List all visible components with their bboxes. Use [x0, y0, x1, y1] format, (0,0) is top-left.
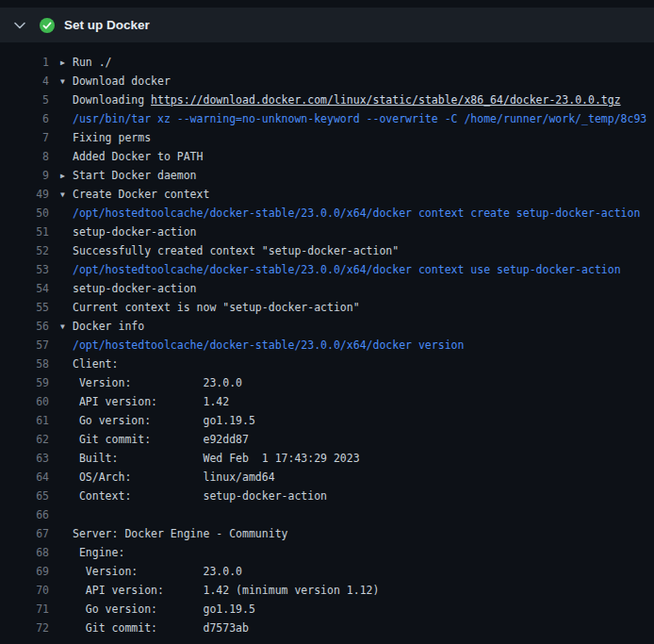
group-title: Create Docker context	[73, 188, 209, 201]
log-text	[60, 505, 73, 524]
line-number[interactable]: 66	[0, 505, 49, 524]
log-group-header[interactable]: 9▶Start Docker daemon	[0, 166, 654, 185]
group-header-content: ▼Docker info	[60, 317, 144, 336]
line-number[interactable]: 69	[0, 562, 49, 581]
log-text: Engine:	[60, 543, 124, 562]
log-line: 65 Context: setup-docker-action	[0, 487, 654, 505]
log-line: 51setup-docker-action	[0, 223, 654, 241]
log-text: Added Docker to PATH	[60, 147, 203, 166]
line-number[interactable]: 7	[0, 128, 49, 147]
log-line: 66	[0, 505, 654, 524]
line-number[interactable]: 65	[0, 487, 49, 505]
log-text: Context: setup-docker-action	[60, 487, 327, 505]
log-text: Go version: go1.19.5	[60, 600, 255, 619]
command-text: /opt/hostedtoolcache/docker-stable/23.0.…	[60, 336, 464, 355]
log-text: Git commit: e92dd87	[60, 430, 249, 449]
line-number[interactable]: 54	[0, 279, 49, 298]
group-title: Docker info	[73, 320, 144, 333]
line-number[interactable]: 55	[0, 298, 49, 317]
line-number[interactable]: 72	[0, 619, 49, 637]
log-line: 6/usr/bin/tar xz --warning=no-unknown-ke…	[0, 109, 654, 128]
line-number[interactable]: 57	[0, 336, 49, 355]
group-header-content: ▼Download docker	[60, 72, 171, 91]
line-number[interactable]: 64	[0, 468, 49, 487]
log-line: 63 Built: Wed Feb 1 17:43:29 2023	[0, 449, 654, 468]
log-line: 68 Engine:	[0, 543, 654, 562]
line-number[interactable]: 67	[0, 524, 49, 543]
group-header-content: ▶Start Docker daemon	[60, 166, 197, 185]
line-number[interactable]: 49	[0, 185, 49, 204]
log-text: Downloading https://download.docker.com/…	[60, 91, 621, 109]
log-line: 8Added Docker to PATH	[0, 147, 654, 166]
line-number[interactable]: 1	[0, 53, 49, 72]
success-check-icon	[40, 18, 55, 33]
log-line: 71 Go version: go1.19.5	[0, 600, 654, 619]
chevron-down-icon[interactable]	[14, 22, 25, 29]
log-group-header[interactable]: 49▼Create Docker context	[0, 185, 654, 204]
log-group-header[interactable]: 56▼Docker info	[0, 317, 654, 336]
line-number[interactable]: 52	[0, 241, 49, 260]
log-text: API version: 1.42 (minimum version 1.12)	[60, 581, 379, 600]
log-text: Client:	[60, 355, 118, 373]
log-line: 58Client:	[0, 355, 654, 373]
line-number[interactable]: 53	[0, 260, 49, 279]
log-line: 53/opt/hostedtoolcache/docker-stable/23.…	[0, 260, 654, 279]
log-group-header[interactable]: 1▶Run ./	[0, 53, 654, 72]
line-number[interactable]: 6	[0, 109, 49, 128]
log-line: 61 Go version: go1.19.5	[0, 411, 654, 430]
group-collapsed-arrow-icon: ▶	[60, 54, 73, 72]
group-collapsed-arrow-icon: ▶	[60, 167, 73, 185]
line-number[interactable]: 4	[0, 72, 49, 91]
log-text: OS/Arch: linux/amd64	[60, 468, 275, 487]
workflow-log-viewer: Set up Docker 1▶Run ./4▼Download docker5…	[0, 8, 654, 637]
group-expanded-arrow-icon: ▼	[60, 73, 73, 91]
line-number[interactable]: 63	[0, 449, 49, 468]
log-text: Version: 23.0.0	[60, 562, 242, 581]
log-line: 5Downloading https://download.docker.com…	[0, 91, 654, 109]
command-text: /opt/hostedtoolcache/docker-stable/23.0.…	[60, 260, 621, 279]
line-number[interactable]: 51	[0, 223, 49, 241]
group-title: Run ./	[73, 56, 112, 69]
group-expanded-arrow-icon: ▼	[60, 186, 73, 204]
step-title: Set up Docker	[64, 18, 150, 32]
log-text: setup-docker-action	[60, 279, 197, 298]
log-group-header[interactable]: 4▼Download docker	[0, 72, 654, 91]
log-text: Fixing perms	[60, 128, 151, 147]
log-line: 7Fixing perms	[0, 128, 654, 147]
line-number[interactable]: 9	[0, 166, 49, 185]
group-header-content: ▶Run ./	[60, 53, 112, 72]
line-number[interactable]: 62	[0, 430, 49, 449]
log-text: setup-docker-action	[60, 223, 197, 241]
line-number[interactable]: 5	[0, 91, 49, 109]
log-lines: 1▶Run ./4▼Download docker5Downloading ht…	[0, 42, 654, 637]
command-text: /opt/hostedtoolcache/docker-stable/23.0.…	[60, 204, 640, 223]
log-text: API version: 1.42	[60, 392, 229, 411]
command-text: /usr/bin/tar xz --warning=no-unknown-key…	[60, 109, 646, 128]
log-text-prefix: Downloading	[73, 93, 151, 107]
log-text: Successfully created context "setup-dock…	[60, 241, 399, 260]
log-text: Version: 23.0.0	[60, 373, 242, 392]
log-text: Git commit: d7573ab	[60, 619, 249, 637]
line-number[interactable]: 68	[0, 543, 49, 562]
line-number[interactable]: 50	[0, 204, 49, 223]
line-number[interactable]: 59	[0, 373, 49, 392]
line-number[interactable]: 61	[0, 411, 49, 430]
log-line: 54setup-docker-action	[0, 279, 654, 298]
line-number[interactable]: 58	[0, 355, 49, 373]
group-header-content: ▼Create Docker context	[60, 185, 209, 204]
log-text: Current context is now "setup-docker-act…	[60, 298, 360, 317]
log-line: 59 Version: 23.0.0	[0, 373, 654, 392]
step-header[interactable]: Set up Docker	[0, 8, 654, 42]
log-line: 67Server: Docker Engine - Community	[0, 524, 654, 543]
log-line: 52Successfully created context "setup-do…	[0, 241, 654, 260]
log-text: Server: Docker Engine - Community	[60, 524, 287, 543]
line-number[interactable]: 60	[0, 392, 49, 411]
line-number[interactable]: 70	[0, 581, 49, 600]
log-link[interactable]: https://download.docker.com/linux/static…	[151, 93, 621, 107]
log-line: 62 Git commit: e92dd87	[0, 430, 654, 449]
log-text: Built: Wed Feb 1 17:43:29 2023	[60, 449, 360, 468]
log-line: 57/opt/hostedtoolcache/docker-stable/23.…	[0, 336, 654, 355]
line-number[interactable]: 56	[0, 317, 49, 336]
line-number[interactable]: 8	[0, 147, 49, 166]
line-number[interactable]: 71	[0, 600, 49, 619]
